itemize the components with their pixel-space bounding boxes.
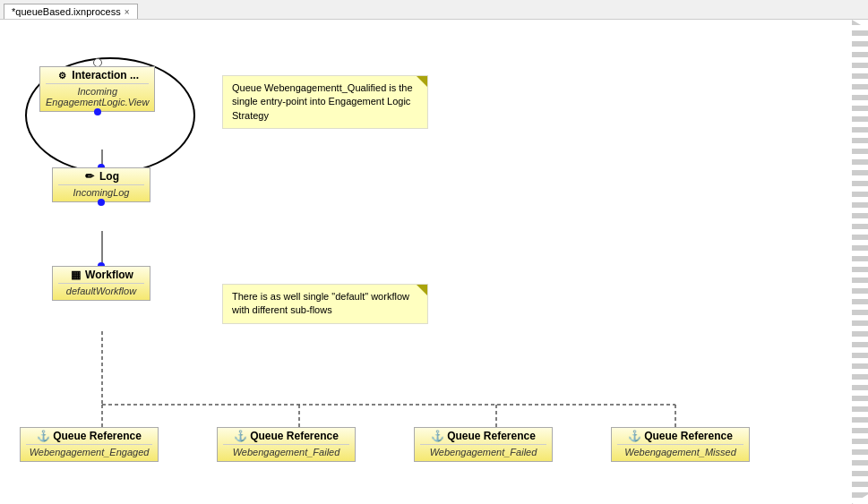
queue3-node-header: ⚓ Queue Reference	[420, 430, 546, 445]
queue3-icon: ⚓	[431, 430, 443, 442]
interaction-node-header: ⚙ Interaction ...	[46, 69, 149, 84]
queue4-node-box: ⚓ Queue Reference Webengagement_Missed	[611, 427, 750, 462]
queue4-node-header: ⚓ Queue Reference	[617, 430, 743, 445]
log-node[interactable]: ✏ Log IncomingLog	[52, 167, 150, 202]
queue3-node-box: ⚓ Queue Reference Webengagement_Failed	[414, 427, 553, 462]
queue3-node-label: Webengagement_Failed	[420, 447, 546, 457]
tab-bar: *queueBased.ixnprocess ×	[0, 0, 868, 20]
queue-node-4[interactable]: ⚓ Queue Reference Webengagement_Missed	[611, 427, 750, 462]
queue4-node-label: Webengagement_Missed	[617, 447, 743, 457]
log-bottom-dot	[98, 199, 105, 206]
interaction-node[interactable]: ⚙ Interaction ... Incoming EngagementLog…	[39, 66, 155, 112]
queue2-node-header: ⚓ Queue Reference	[223, 430, 349, 445]
sticky-note-2-text: There is as well single "default" workfl…	[232, 291, 409, 315]
workflow-icon: ▦	[69, 269, 82, 281]
queue3-node-title: Queue Reference	[447, 430, 536, 442]
log-icon: ✏	[83, 170, 96, 183]
log-node-title: Log	[99, 170, 119, 183]
interaction-icon: ⚙	[56, 69, 68, 81]
workflow-node-header: ▦ Workflow	[58, 269, 144, 284]
workflow-node-title: Workflow	[85, 269, 133, 281]
sticky-note-2: There is as well single "default" workfl…	[222, 284, 428, 324]
sticky-note-1: Queue Webengagementt_Qualified is the si…	[222, 75, 428, 129]
log-node-header: ✏ Log	[58, 170, 144, 185]
queue-node-2[interactable]: ⚓ Queue Reference Webengagement_Failed	[217, 427, 356, 462]
queue2-icon: ⚓	[234, 430, 246, 442]
queue4-node-title: Queue Reference	[644, 430, 733, 442]
tab-queuebased[interactable]: *queueBased.ixnprocess ×	[4, 4, 138, 19]
interaction-node-sublabel: EngagementLogic.View	[46, 97, 149, 107]
queue1-icon: ⚓	[37, 430, 49, 442]
workflow-node[interactable]: ▦ Workflow defaultWorkflow	[52, 266, 150, 301]
log-node-box: ✏ Log IncomingLog	[52, 167, 150, 202]
queue1-node-label: Webengagement_Engaged	[26, 447, 152, 457]
queue-node-3[interactable]: ⚓ Queue Reference Webengagement_Failed	[414, 427, 553, 462]
interaction-node-box: ⚙ Interaction ... Incoming EngagementLog…	[39, 66, 155, 112]
tab-title: *queueBased.ixnprocess	[12, 6, 121, 17]
workflow-node-label: defaultWorkflow	[58, 286, 144, 296]
queue1-node-header: ⚓ Queue Reference	[26, 430, 152, 445]
queue2-node-box: ⚓ Queue Reference Webengagement_Failed	[217, 427, 356, 462]
workflow-node-box: ▦ Workflow defaultWorkflow	[52, 266, 150, 301]
interaction-node-title: Interaction ...	[72, 69, 139, 81]
sticky-note-1-text: Queue Webengagementt_Qualified is the si…	[232, 82, 413, 121]
queue1-node-title: Queue Reference	[53, 430, 142, 442]
interaction-node-label: Incoming	[46, 86, 149, 97]
queue-node-1[interactable]: ⚓ Queue Reference Webengagement_Engaged	[20, 427, 159, 462]
queue4-icon: ⚓	[628, 430, 640, 442]
interaction-bottom-dot	[94, 108, 101, 115]
tab-close-button[interactable]: ×	[125, 7, 130, 17]
queue2-node-title: Queue Reference	[250, 430, 339, 442]
diagram-canvas: ⚙ Interaction ... Incoming EngagementLog…	[0, 20, 868, 504]
queue2-node-label: Webengagement_Failed	[223, 447, 349, 457]
queue1-node-box: ⚓ Queue Reference Webengagement_Engaged	[20, 427, 159, 462]
log-node-label: IncomingLog	[58, 187, 144, 198]
